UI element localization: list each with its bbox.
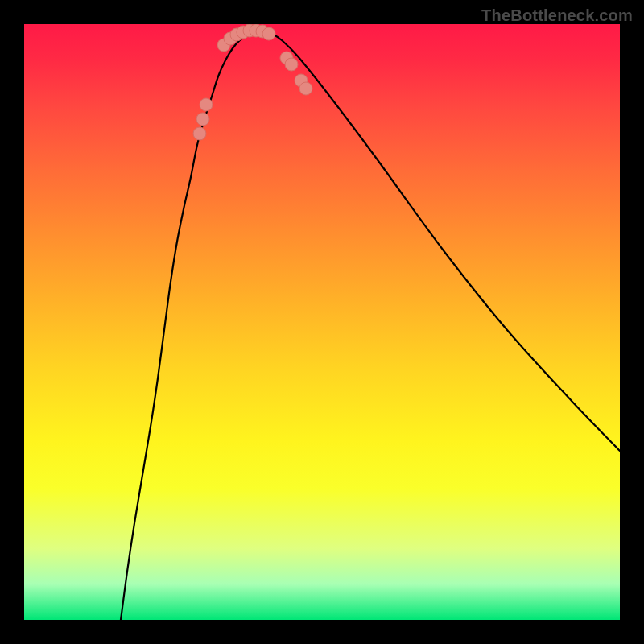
chart-stage: TheBottleneck.com <box>0 0 644 644</box>
chart-plot-area <box>24 24 620 620</box>
highlight-marker <box>200 98 213 111</box>
highlight-marker <box>196 113 209 126</box>
highlight-marker <box>193 127 206 140</box>
watermark-text: TheBottleneck.com <box>481 6 633 25</box>
chart-svg <box>24 24 620 620</box>
highlight-marker <box>262 27 275 40</box>
highlight-markers-group <box>193 24 312 140</box>
highlight-marker <box>299 82 312 95</box>
bottleneck-curve <box>121 31 620 620</box>
highlight-marker <box>285 58 298 71</box>
